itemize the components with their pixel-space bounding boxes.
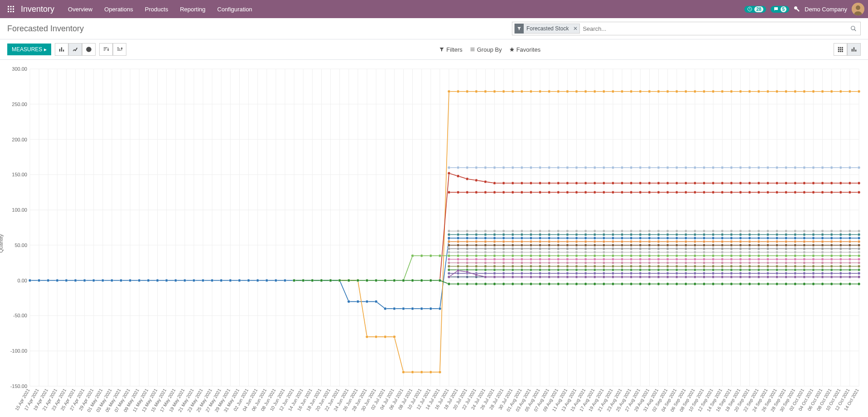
svg-point-374: [712, 90, 714, 93]
svg-point-562: [739, 230, 742, 233]
svg-point-820: [530, 254, 532, 257]
search-box[interactable]: Forecasted Stock ✕: [512, 22, 861, 35]
svg-point-923: [630, 262, 632, 264]
svg-point-676: [521, 244, 523, 247]
svg-point-1005: [539, 268, 541, 271]
svg-point-723: [530, 247, 532, 250]
svg-point-1234: [794, 276, 796, 278]
svg-point-813: [466, 254, 468, 257]
svg-point-407: [584, 182, 587, 184]
svg-point-845: [757, 254, 760, 257]
sort-desc-button[interactable]: [99, 43, 113, 56]
svg-point-479: [821, 191, 824, 194]
svg-point-250: [111, 279, 113, 282]
sort-asc-button[interactable]: [113, 43, 126, 56]
menu-reporting[interactable]: Reporting: [174, 0, 211, 18]
filter-chip-remove[interactable]: ✕: [571, 25, 579, 32]
pivot-view-button[interactable]: [834, 43, 847, 56]
svg-point-1195: [858, 282, 860, 285]
svg-point-1211: [584, 276, 587, 278]
measures-button[interactable]: MEASURES ▸: [7, 44, 51, 55]
svg-point-919: [593, 262, 596, 264]
svg-point-258: [183, 279, 186, 282]
svg-point-1086: [858, 272, 860, 275]
svg-point-476: [794, 191, 796, 194]
company-selector[interactable]: Demo Company: [805, 6, 847, 13]
svg-point-435: [839, 182, 842, 184]
svg-point-980: [730, 265, 733, 268]
svg-point-1144: [393, 279, 395, 282]
svg-point-983: [757, 265, 760, 268]
search-icon[interactable]: [849, 25, 858, 32]
svg-point-1077: [776, 272, 778, 275]
svg-point-843: [739, 254, 742, 257]
svg-point-840: [712, 254, 714, 257]
pie-chart-button[interactable]: [82, 43, 96, 56]
svg-point-539: [530, 230, 532, 233]
svg-point-1052: [548, 272, 550, 275]
svg-point-372: [694, 90, 696, 93]
filter-chip: Forecasted Stock ✕: [514, 24, 580, 34]
svg-point-731: [603, 247, 605, 250]
svg-point-498: [575, 166, 578, 169]
svg-point-946: [839, 262, 842, 264]
svg-point-953: [484, 265, 487, 268]
svg-point-278: [366, 300, 368, 303]
svg-point-1207: [548, 276, 550, 278]
apps-icon[interactable]: [4, 2, 18, 16]
svg-point-437: [858, 182, 860, 184]
svg-point-1053: [557, 272, 559, 275]
svg-point-418: [685, 182, 687, 184]
svg-point-529: [858, 166, 860, 169]
menu-overview[interactable]: Overview: [63, 0, 98, 18]
svg-point-300: [566, 237, 569, 239]
line-chart-button[interactable]: [68, 43, 82, 56]
menu-products[interactable]: Products: [140, 0, 174, 18]
svg-point-685: [603, 244, 605, 247]
avatar[interactable]: [852, 3, 864, 15]
svg-point-740: [685, 247, 687, 250]
svg-point-892: [767, 258, 769, 261]
activity-badge[interactable]: 28: [744, 6, 766, 13]
svg-point-940: [785, 262, 787, 264]
svg-point-1191: [821, 282, 824, 285]
svg-point-508: [666, 166, 669, 169]
favorites-button[interactable]: Favorites: [509, 46, 540, 53]
search-input[interactable]: [580, 25, 849, 32]
svg-point-669: [457, 244, 459, 247]
svg-point-984: [767, 265, 769, 268]
graph-view-button[interactable]: [847, 43, 861, 56]
svg-point-288: [457, 237, 459, 239]
filters-button[interactable]: Filters: [439, 46, 462, 53]
menu-configuration[interactable]: Configuration: [212, 0, 258, 18]
svg-text:50.00: 50.00: [14, 242, 27, 248]
svg-point-851: [812, 254, 815, 257]
svg-point-867: [539, 258, 541, 261]
svg-text:0.00: 0.00: [18, 278, 27, 283]
svg-point-406: [575, 182, 578, 184]
svg-point-302: [584, 237, 587, 239]
svg-point-729: [584, 247, 587, 250]
groupby-button[interactable]: Group By: [470, 46, 502, 53]
svg-point-345: [448, 90, 450, 93]
messages-badge[interactable]: 5: [771, 6, 790, 13]
bar-chart-button[interactable]: [55, 43, 68, 56]
svg-point-503: [621, 166, 623, 169]
svg-point-1036: [821, 268, 824, 271]
app-title[interactable]: Inventory: [21, 5, 54, 14]
svg-point-666: [849, 240, 851, 243]
svg-point-686: [612, 244, 614, 247]
svg-point-964: [584, 265, 587, 268]
svg-point-741: [694, 247, 696, 250]
svg-point-1209: [566, 276, 569, 278]
svg-point-754: [812, 247, 815, 250]
svg-point-430: [794, 182, 796, 184]
svg-point-860: [475, 258, 477, 261]
svg-point-245: [65, 279, 68, 282]
svg-point-704: [776, 244, 778, 247]
svg-point-428: [776, 182, 778, 184]
tools-icon[interactable]: [794, 6, 800, 12]
svg-point-937: [757, 262, 760, 264]
svg-point-458: [630, 191, 632, 194]
menu-operations[interactable]: Operations: [99, 0, 139, 18]
